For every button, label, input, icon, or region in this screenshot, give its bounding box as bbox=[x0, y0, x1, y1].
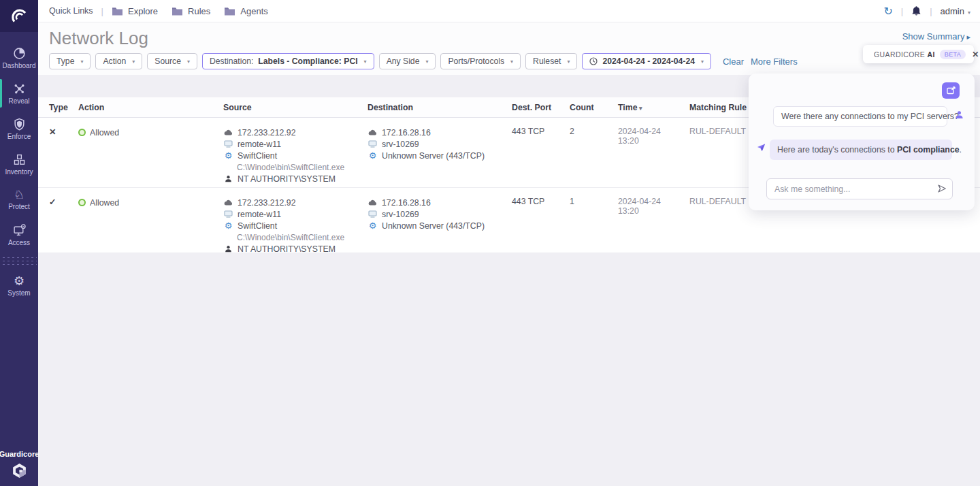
destination-ip: 172.16.28.16 bbox=[382, 128, 431, 137]
sidebar-item-protect[interactable]: ♘ Protect bbox=[0, 182, 38, 217]
notifications-bell-icon[interactable] bbox=[911, 5, 921, 16]
sidebar-item-access[interactable]: Access bbox=[0, 217, 38, 253]
destination-service: Unknown Server (443/TCP) bbox=[382, 151, 485, 161]
destination-cell: 172.16.28.16 srv-10269 ⚙Unknown Server (… bbox=[368, 197, 512, 231]
col-dest-port[interactable]: Dest. Port bbox=[512, 103, 570, 112]
username: admin bbox=[941, 6, 964, 16]
action-label: Allowed bbox=[90, 128, 119, 137]
filter-value: 2024-04-24 - 2024-04-24 bbox=[602, 56, 695, 66]
send-icon[interactable] bbox=[937, 184, 947, 193]
count-cell: 2 bbox=[570, 127, 618, 136]
filter-action[interactable]: Action bbox=[95, 53, 142, 69]
expand-panel-icon bbox=[947, 86, 956, 95]
chevron-down-icon bbox=[187, 59, 190, 65]
sidebar-item-label: Reveal bbox=[8, 97, 29, 105]
chevron-down-icon bbox=[510, 59, 513, 65]
user-icon bbox=[223, 245, 233, 253]
ai-chat-message: Here are today's connections to PCI comp… bbox=[770, 140, 952, 160]
company-logo[interactable] bbox=[0, 0, 38, 32]
col-source[interactable]: Source bbox=[223, 103, 368, 112]
workstation-icon bbox=[368, 140, 378, 148]
time-date: 2024-04-24 bbox=[618, 127, 689, 136]
filter-source[interactable]: Source bbox=[147, 53, 197, 69]
ai-chat-input[interactable] bbox=[766, 178, 953, 199]
sidebar-item-label: Inventory bbox=[5, 168, 33, 176]
time-cell: 2024-04-24 13:20 bbox=[618, 197, 689, 216]
source-cell: 172.233.212.92 remote-w11 ⚙SwiftClient C… bbox=[223, 127, 368, 184]
source-cell: 172.233.212.92 remote-w11 ⚙SwiftClient C… bbox=[223, 197, 368, 253]
action-cell: Allowed bbox=[78, 127, 223, 138]
user-icon bbox=[223, 175, 233, 182]
clock-icon bbox=[589, 57, 598, 65]
filter-bar: Type Action Source Destination: Labels -… bbox=[49, 53, 798, 69]
process-gear-icon: ⚙ bbox=[368, 151, 378, 160]
time-clock: 13:20 bbox=[618, 206, 689, 216]
sidebar-item-inventory[interactable]: Inventory bbox=[0, 146, 38, 182]
chevron-down-icon bbox=[701, 59, 704, 65]
show-summary-link[interactable]: Show Summary bbox=[902, 31, 970, 42]
source-process: SwiftClient bbox=[238, 221, 277, 231]
connection-type-icon: ✕ bbox=[49, 127, 78, 137]
filter-ruleset[interactable]: Ruleset bbox=[525, 53, 577, 69]
inventory-boxes-icon bbox=[13, 153, 26, 166]
col-destination[interactable]: Destination bbox=[368, 103, 512, 112]
filter-type[interactable]: Type bbox=[49, 53, 91, 69]
chevron-down-icon bbox=[132, 59, 135, 65]
destination-host: srv-10269 bbox=[382, 140, 419, 149]
sidebar-item-label: System bbox=[7, 289, 30, 297]
more-filters-button[interactable]: More Filters bbox=[751, 56, 798, 67]
ai-paper-plane-icon bbox=[757, 143, 766, 152]
sidebar-item-system[interactable]: ⚙ System bbox=[0, 268, 38, 304]
destination-ip: 172.16.28.16 bbox=[382, 198, 431, 208]
refresh-icon[interactable]: ↻ bbox=[883, 5, 892, 18]
filter-date-range[interactable]: 2024-04-24 - 2024-04-24 bbox=[582, 53, 711, 69]
filter-label: Source bbox=[154, 56, 181, 66]
folder-icon bbox=[112, 7, 123, 16]
nav-link-agents[interactable]: Agents bbox=[224, 6, 267, 16]
user-avatar-icon bbox=[955, 110, 964, 119]
filter-label: Ports/Protocols bbox=[448, 56, 504, 66]
top-navbar: Quick Links | Explore Rules Agents ↻ | |… bbox=[38, 0, 980, 22]
chevron-down-icon bbox=[80, 59, 83, 65]
filter-any-side[interactable]: Any Side bbox=[379, 53, 436, 69]
sidebar-item-enforce[interactable]: Enforce bbox=[0, 111, 38, 146]
filter-label: Any Side bbox=[387, 56, 420, 66]
col-type[interactable]: Type bbox=[49, 103, 78, 112]
user-menu[interactable]: admin bbox=[941, 6, 970, 16]
clear-filters-button[interactable]: Clear bbox=[723, 56, 744, 67]
quick-links-label[interactable]: Quick Links bbox=[49, 6, 93, 16]
sidebar-item-label: Access bbox=[8, 239, 30, 246]
close-icon[interactable]: ✕ bbox=[972, 50, 979, 59]
filter-destination[interactable]: Destination: Labels - Compliance: PCI bbox=[202, 53, 374, 69]
col-count[interactable]: Count bbox=[570, 103, 618, 112]
nav-link-label: Explore bbox=[128, 6, 158, 16]
process-gear-icon: ⚙ bbox=[223, 151, 233, 160]
nav-link-label: Rules bbox=[188, 6, 210, 16]
akamai-swoosh-icon bbox=[7, 5, 31, 28]
filter-ports-protocols[interactable]: Ports/Protocols bbox=[440, 53, 521, 69]
sidebar-item-reveal[interactable]: Reveal bbox=[0, 76, 38, 111]
nav-link-rules[interactable]: Rules bbox=[172, 6, 210, 16]
connection-type-icon: ✓ bbox=[49, 197, 78, 207]
workstation-icon bbox=[223, 140, 233, 148]
source-ip: 172.233.212.92 bbox=[238, 128, 295, 137]
action-label: Allowed bbox=[90, 198, 119, 208]
folder-icon bbox=[224, 7, 235, 16]
source-process-path: C:\Winode\bin\SwiftClient.exe bbox=[237, 233, 344, 242]
chevron-down-icon bbox=[567, 59, 570, 65]
destination-cell: 172.16.28.16 srv-10269 ⚙Unknown Server (… bbox=[368, 127, 512, 161]
ai-brand-label: GUARDICORE AI bbox=[874, 50, 935, 59]
process-gear-icon: ⚙ bbox=[368, 221, 378, 230]
ai-panel-expand-button[interactable] bbox=[942, 82, 960, 99]
nav-link-explore[interactable]: Explore bbox=[112, 6, 158, 16]
sidebar-dotted-separator bbox=[1, 256, 37, 265]
reveal-network-icon bbox=[13, 82, 26, 95]
sidebar: Dashboard Reveal Enforce bbox=[0, 0, 38, 486]
col-time-sorted[interactable]: Time bbox=[618, 103, 689, 112]
cloud-icon bbox=[368, 199, 378, 206]
sidebar-item-dashboard[interactable]: Dashboard bbox=[0, 40, 38, 76]
col-action[interactable]: Action bbox=[78, 103, 223, 112]
allowed-status-icon bbox=[78, 129, 86, 136]
guardicore-ai-badge[interactable]: GUARDICORE AI BETA ✕ bbox=[863, 45, 974, 63]
beta-badge: BETA bbox=[940, 50, 966, 59]
